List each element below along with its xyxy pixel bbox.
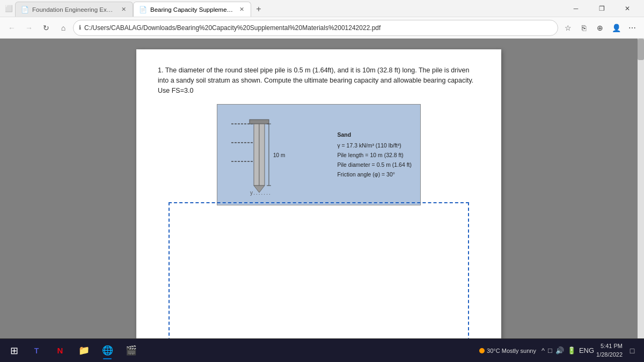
tab-foundation-icon: 📄 xyxy=(21,6,29,13)
window-icon: ⬜ xyxy=(4,4,13,13)
start-button[interactable]: ⊞ xyxy=(4,341,24,360)
tab-foundation[interactable]: 📄 Foundation Engineering Exercis ✕ xyxy=(15,2,133,17)
new-tab-button[interactable]: + xyxy=(251,2,266,17)
svg-rect-3 xyxy=(250,120,269,124)
window-controls: ─ ❐ ✕ xyxy=(564,0,640,17)
address-text: C:/Users/CABALAG/Downloads/Bearing%20Cap… xyxy=(84,24,552,32)
tab-bar: 📄 Foundation Engineering Exercis ✕ 📄 Bea… xyxy=(15,0,561,17)
nav-bar: ← → ↻ ⌂ ℹ C:/Users/CABALAG/Downloads/Bea… xyxy=(0,17,644,39)
home-button[interactable]: ⌂ xyxy=(56,20,71,35)
restore-button[interactable]: ❐ xyxy=(589,0,614,17)
scrollbar-right[interactable] xyxy=(638,39,644,338)
address-info-icon: ℹ xyxy=(79,24,81,31)
nav-right-icons: ☆ ⎘ ⊕ 👤 ⋯ xyxy=(560,20,640,35)
clock-time: 5:41 PM xyxy=(596,342,623,350)
legend-pile-length: Pile length = 10 m (32.8 ft) xyxy=(337,151,412,160)
taskbar: ⊞ T N 📁 🌐 🎬 30°C Mostly sunny ^ □ 🔊 🔋 EN… xyxy=(0,338,644,362)
split-button[interactable]: ⎘ xyxy=(576,20,591,35)
tab-bearing-icon: 📄 xyxy=(139,6,147,13)
taskbar-teams[interactable]: T xyxy=(26,341,47,360)
tab-bearing-label: Bearing Capacity Supplemental M xyxy=(150,6,234,13)
tab-bearing[interactable]: 📄 Bearing Capacity Supplemental M ✕ xyxy=(133,2,251,17)
diagram-container: 10 m y....... Sand γ = 17.3 kN/m³ (110 l… xyxy=(217,104,421,205)
tray-volume[interactable]: 🔊 xyxy=(555,346,564,354)
tab-foundation-close[interactable]: ✕ xyxy=(120,6,127,13)
refresh-button[interactable]: ↻ xyxy=(39,20,54,35)
favorites-button[interactable]: ☆ xyxy=(560,20,575,35)
close-button[interactable]: ✕ xyxy=(615,0,640,17)
notification-button[interactable]: □ xyxy=(625,343,640,358)
problem-text: 1. The diameter of the round steel pipe … xyxy=(158,65,480,95)
address-bar[interactable]: ℹ C:/Users/CABALAG/Downloads/Bearing%20C… xyxy=(73,20,558,36)
clock-date: 1/28/2022 xyxy=(596,351,623,359)
svg-rect-5 xyxy=(259,124,265,186)
weather-widget[interactable]: 30°C Mostly sunny xyxy=(476,346,539,355)
system-tray: ^ □ 🔊 🔋 ENG xyxy=(541,346,594,354)
forward-button[interactable]: → xyxy=(21,20,36,35)
legend-gamma: γ = 17.3 kN/m³ (110 lb/ft³) xyxy=(337,141,412,151)
more-button[interactable]: ⋯ xyxy=(625,20,640,35)
pile-diagram-svg: 10 m y....... xyxy=(226,113,296,196)
tray-screen[interactable]: □ xyxy=(548,346,552,354)
back-button[interactable]: ← xyxy=(4,20,19,35)
tray-caret[interactable]: ^ xyxy=(541,346,545,354)
taskbar-netflix[interactable]: N xyxy=(49,341,71,360)
main-area: 1. The diameter of the round steel pipe … xyxy=(0,39,644,338)
system-clock[interactable]: 5:41 PM 1/28/2022 xyxy=(596,342,623,359)
tab-foundation-label: Foundation Engineering Exercis xyxy=(32,6,116,13)
tray-battery[interactable]: 🔋 xyxy=(567,346,576,354)
scrollbar-thumb[interactable] xyxy=(638,39,644,60)
weather-icon xyxy=(479,348,485,353)
addtab-button[interactable]: ⊕ xyxy=(592,20,608,35)
tray-language[interactable]: ENG xyxy=(579,346,594,354)
diagram-legend: Sand γ = 17.3 kN/m³ (110 lb/ft³) Pile le… xyxy=(337,130,412,179)
taskbar-edge[interactable]: 🌐 xyxy=(97,341,118,360)
tab-bearing-close[interactable]: ✕ xyxy=(238,6,245,13)
minimize-button[interactable]: ─ xyxy=(564,0,588,17)
title-bar-left: ⬜ xyxy=(4,4,13,13)
pdf-page: 1. The diameter of the round steel pipe … xyxy=(136,49,501,338)
svg-text:10 m: 10 m xyxy=(273,152,285,158)
svg-rect-4 xyxy=(254,124,259,186)
legend-sand-title: Sand xyxy=(337,130,412,140)
svg-text:y.......: y....... xyxy=(250,190,272,196)
profile-button[interactable]: 👤 xyxy=(609,20,624,35)
legend-pile-diameter: Pile diameter = 0.5 m (1.64 ft) xyxy=(337,160,412,170)
weather-text: 30°C Mostly sunny xyxy=(487,348,536,354)
taskbar-explorer[interactable]: 📁 xyxy=(73,341,94,360)
pdf-viewer[interactable]: 1. The diameter of the round steel pipe … xyxy=(0,39,638,338)
taskbar-media[interactable]: 🎬 xyxy=(120,341,142,360)
selection-box xyxy=(169,202,469,338)
legend-friction-angle: Friction angle (φ) = 30° xyxy=(337,170,412,180)
title-bar: ⬜ 📄 Foundation Engineering Exercis ✕ 📄 B… xyxy=(0,0,644,17)
